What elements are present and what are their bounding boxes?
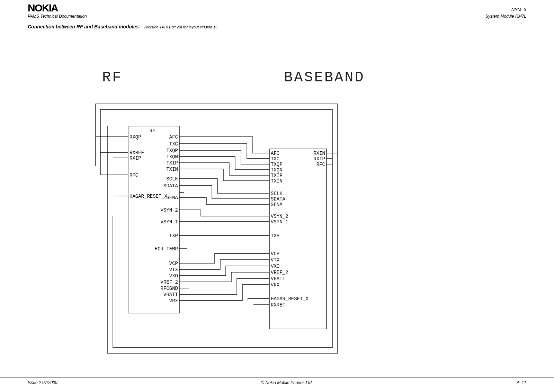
bb-pin-left: VREF_2	[271, 270, 288, 275]
bb-pin-left: VBATT	[271, 276, 285, 282]
rf-pin-right: VBATT	[163, 292, 178, 297]
rf-pin-right: VRX	[169, 298, 178, 304]
rf-pin-right: VREF_2	[161, 279, 178, 285]
rf-pin-right: SDATA	[163, 183, 178, 189]
footer-center: © Nokia Mobile Phones Ltd.	[261, 380, 313, 385]
bb-pin-left: VSYN_1	[271, 219, 288, 225]
page-footer: Issue 2 07/2000 © Nokia Mobile Phones Lt…	[0, 377, 554, 385]
rf-pin-left: RXIP	[129, 155, 141, 161]
bb-pin-left: TXC	[271, 156, 279, 162]
bb-pin-left: TXP	[271, 233, 279, 239]
rf-pin-right: RFCGND	[161, 286, 178, 291]
connection-diagram: RF RXQP RXREF RXIP RFC HAGAR_RESET_X AFC…	[0, 0, 554, 392]
footer-left: Issue 2 07/2000	[28, 380, 57, 385]
bb-pin-left: VXO	[271, 264, 279, 269]
rf-pin-right: VCP	[169, 261, 178, 266]
rf-pin-right: VSYN_2	[161, 207, 178, 213]
bb-pin-left: SENA	[271, 202, 283, 207]
rf-pin-right: TXIP	[166, 160, 178, 166]
bb-pin-left: VCP	[271, 251, 279, 257]
bb-pin-left: TXQP	[271, 162, 283, 167]
rf-pin-right: TXQP	[166, 148, 178, 153]
bb-pin-left: VRX	[271, 282, 280, 288]
bb-pin-left: RXREF	[271, 302, 285, 308]
rf-pin-right: AFC	[169, 134, 178, 140]
rf-pin-left: RXQP	[129, 134, 141, 140]
rf-pin-left: RFC	[129, 172, 138, 178]
rf-pin-right: VTX	[169, 267, 178, 273]
bb-pin-right: RXIP	[313, 156, 325, 162]
rf-pin-right: SENA	[166, 195, 178, 201]
bb-pin-left: TXQN	[271, 167, 283, 173]
footer-right: A–11	[517, 380, 526, 385]
rf-pin-right: VSYN_1	[161, 219, 178, 225]
rf-pin-right: HGR_TEMP	[155, 246, 178, 252]
bb-pin-right: RXIN	[313, 151, 325, 156]
rf-pin-right: VXO	[169, 273, 178, 279]
bb-pin-left: VSYN_2	[271, 214, 288, 219]
bb-pin-left: SCLK	[271, 191, 283, 196]
rf-pin-left: RXREF	[129, 150, 144, 155]
bb-pin-left: HAGAR_RESET_X	[271, 296, 309, 302]
rf-pin-right: TXP	[169, 233, 178, 239]
bb-pin-left: TXIN	[271, 178, 283, 184]
rf-pin-right: TXQN	[166, 154, 178, 160]
rf-pin-right: TXIN	[166, 167, 178, 172]
rf-pin-right: SCLK	[166, 176, 178, 182]
rf-pin-left: HAGAR_RESET_X	[129, 194, 168, 199]
rf-pin-right: TXC	[169, 141, 178, 147]
bb-pin-left: AFC	[271, 151, 279, 156]
bb-pin-left: SDATA	[271, 196, 286, 202]
bb-pin-left: TXIP	[271, 173, 283, 178]
bb-pin-right: RFC	[316, 162, 325, 167]
rf-block-title: RF	[150, 128, 155, 134]
bb-pin-left: VTX	[271, 257, 280, 263]
